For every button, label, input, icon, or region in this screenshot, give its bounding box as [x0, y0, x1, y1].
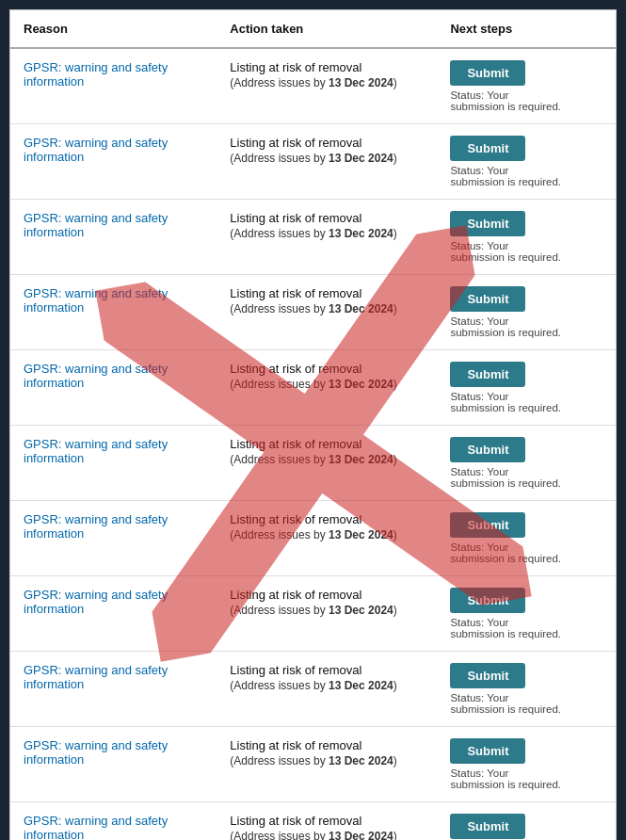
- table-row: GPSR: warning and safety informationList…: [10, 727, 616, 802]
- reason-link[interactable]: GPSR: warning and safety information: [24, 588, 168, 616]
- action-title: Listing at risk of removal: [230, 512, 424, 526]
- next-steps-cell: SubmitStatus: Your submission is require…: [450, 437, 602, 489]
- header-action: Action taken: [217, 10, 437, 48]
- submit-button[interactable]: Submit: [450, 286, 525, 312]
- reason-link[interactable]: GPSR: warning and safety information: [24, 362, 168, 390]
- action-title: Listing at risk of removal: [230, 663, 424, 677]
- issues-table: Reason Action taken Next steps GPSR: war…: [10, 10, 616, 840]
- action-date: (Address issues by 13 Dec 2024): [230, 754, 424, 767]
- action-title: Listing at risk of removal: [230, 211, 424, 225]
- submit-button[interactable]: Submit: [450, 663, 525, 688]
- action-title: Listing at risk of removal: [230, 286, 424, 300]
- table-row: GPSR: warning and safety informationList…: [10, 48, 616, 124]
- compliance-table: Reason Action taken Next steps GPSR: war…: [9, 9, 617, 840]
- next-steps-cell: SubmitStatus: Your submission is require…: [450, 738, 602, 790]
- table-row: GPSR: warning and safety informationList…: [10, 350, 616, 426]
- table-row: GPSR: warning and safety informationList…: [10, 275, 616, 350]
- status-text: Status: Your submission is required.: [450, 466, 563, 489]
- status-text: Status: Your submission is required.: [450, 315, 563, 338]
- next-steps-cell: SubmitStatus: Your submission is require…: [450, 286, 602, 338]
- submit-button[interactable]: Submit: [450, 60, 525, 86]
- reason-link[interactable]: GPSR: warning and safety information: [24, 512, 168, 541]
- action-date: (Address issues by 13 Dec 2024): [230, 378, 424, 391]
- action-date: (Address issues by 13 Dec 2024): [230, 152, 424, 165]
- next-steps-cell: SubmitStatus: Your submission is require…: [450, 60, 602, 112]
- next-steps-cell: SubmitStatus: Your submission is require…: [450, 663, 602, 715]
- reason-link[interactable]: GPSR: warning and safety information: [24, 663, 168, 691]
- next-steps-cell: SubmitStatus: Your submission is require…: [450, 136, 602, 187]
- table-row: GPSR: warning and safety informationList…: [10, 124, 616, 200]
- table-row: GPSR: warning and safety informationList…: [10, 501, 616, 576]
- table-row: GPSR: warning and safety informationList…: [10, 652, 616, 727]
- action-date: (Address issues by 13 Dec 2024): [230, 76, 424, 89]
- reason-link[interactable]: GPSR: warning and safety information: [24, 814, 168, 840]
- reason-link[interactable]: GPSR: warning and safety information: [24, 136, 168, 164]
- action-date: (Address issues by 13 Dec 2024): [230, 604, 424, 617]
- status-text: Status: Your submission is required.: [450, 617, 563, 639]
- action-title: Listing at risk of removal: [230, 588, 424, 602]
- table-row: GPSR: warning and safety informationList…: [10, 426, 616, 501]
- reason-link[interactable]: GPSR: warning and safety information: [24, 437, 168, 465]
- next-steps-cell: SubmitStatus: Your submission is require…: [450, 588, 602, 639]
- action-title: Listing at risk of removal: [230, 60, 424, 74]
- action-date: (Address issues by 13 Dec 2024): [230, 453, 424, 466]
- action-date: (Address issues by 13 Dec 2024): [230, 302, 424, 315]
- status-text: Status: Your submission is required.: [450, 541, 563, 564]
- reason-link[interactable]: GPSR: warning and safety information: [24, 738, 168, 767]
- table-row: GPSR: warning and safety informationList…: [10, 802, 616, 841]
- reason-link[interactable]: GPSR: warning and safety information: [24, 211, 168, 239]
- table-row: GPSR: warning and safety informationList…: [10, 200, 616, 275]
- submit-button[interactable]: Submit: [450, 362, 525, 387]
- table-row: GPSR: warning and safety informationList…: [10, 576, 616, 652]
- action-title: Listing at risk of removal: [230, 136, 424, 150]
- header-reason: Reason: [10, 10, 217, 48]
- next-steps-cell: SubmitStatus: Your submission is require…: [450, 512, 602, 564]
- action-title: Listing at risk of removal: [230, 437, 424, 451]
- action-title: Listing at risk of removal: [230, 814, 424, 828]
- table-header-row: Reason Action taken Next steps: [10, 10, 616, 48]
- next-steps-cell: SubmitStatus: Your submission is require…: [450, 362, 602, 413]
- action-date: (Address issues by 13 Dec 2024): [230, 679, 424, 692]
- status-text: Status: Your submission is required.: [450, 767, 563, 790]
- submit-button[interactable]: Submit: [450, 437, 525, 462]
- submit-button[interactable]: Submit: [450, 588, 525, 613]
- submit-button[interactable]: Submit: [450, 738, 525, 764]
- status-text: Status: Your submission is required.: [450, 692, 563, 715]
- submit-button[interactable]: Submit: [450, 136, 525, 161]
- submit-button[interactable]: Submit: [450, 211, 525, 236]
- submit-button[interactable]: Submit: [450, 814, 525, 839]
- action-date: (Address issues by 13 Dec 2024): [230, 830, 424, 840]
- status-text: Status: Your submission is required.: [450, 165, 563, 187]
- status-text: Status: Your submission is required.: [450, 391, 563, 413]
- reason-link[interactable]: GPSR: warning and safety information: [24, 60, 168, 89]
- reason-link[interactable]: GPSR: warning and safety information: [24, 286, 168, 315]
- action-title: Listing at risk of removal: [230, 738, 424, 752]
- status-text: Status: Your submission is required.: [450, 240, 563, 263]
- submit-button[interactable]: Submit: [450, 512, 525, 538]
- action-date: (Address issues by 13 Dec 2024): [230, 528, 424, 541]
- next-steps-cell: SubmitStatus: Your submission is require…: [450, 814, 602, 840]
- action-title: Listing at risk of removal: [230, 362, 424, 376]
- next-steps-cell: SubmitStatus: Your submission is require…: [450, 211, 602, 263]
- header-next-steps: Next steps: [437, 10, 616, 48]
- status-text: Status: Your submission is required.: [450, 89, 563, 112]
- action-date: (Address issues by 13 Dec 2024): [230, 227, 424, 240]
